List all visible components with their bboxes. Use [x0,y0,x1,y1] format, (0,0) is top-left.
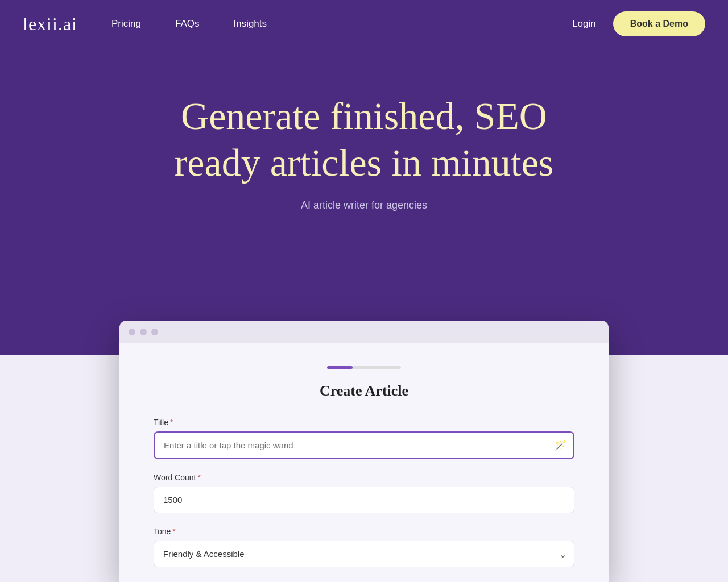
nav-links: Pricing FAQs Insights [111,18,572,30]
hero-section: Generate finished, SEO ready articles in… [0,48,728,321]
create-article-heading: Create Article [154,383,574,400]
tone-select[interactable]: Friendly & Accessible Professional Casua… [154,541,574,567]
window-dot-2 [140,329,147,335]
title-required-marker: * [170,418,173,427]
nav-link-insights[interactable]: Insights [233,18,267,30]
nav-link-pricing[interactable]: Pricing [111,18,141,30]
word-count-form-group: Word Count * [154,473,574,513]
title-label: Title * [154,418,574,427]
logo[interactable]: lexii.ai [23,14,77,35]
app-mockup-window: Create Article Title * 🪄 Word Count * [119,321,609,582]
nav-link-faqs[interactable]: FAQs [175,18,200,30]
hero-title: Generate finished, SEO ready articles in… [136,93,592,186]
progress-bar-container [154,366,574,369]
tone-form-group: Tone * Friendly & Accessible Professiona… [154,527,574,567]
title-input-wrapper: 🪄 [154,431,574,459]
word-count-input[interactable] [154,487,574,513]
hero-subtitle: AI article writer for agencies [23,199,705,211]
window-titlebar [119,321,609,343]
title-form-group: Title * 🪄 [154,418,574,459]
tone-select-wrapper: Friendly & Accessible Professional Casua… [154,541,574,567]
book-demo-button[interactable]: Book a Demo [613,11,705,36]
navbar: lexii.ai Pricing FAQs Insights Login Boo… [0,0,728,48]
progress-bar-track [327,366,401,369]
tone-required-marker: * [172,527,175,536]
title-input[interactable] [154,431,574,459]
nav-right: Login Book a Demo [572,11,705,36]
window-dot-3 [151,329,158,335]
mockup-section: Create Article Title * 🪄 Word Count * [0,321,728,582]
progress-bar-fill [327,366,353,369]
tone-label: Tone * [154,527,574,536]
login-link[interactable]: Login [572,18,596,30]
window-dot-1 [129,329,135,335]
word-count-label: Word Count * [154,473,574,482]
word-count-required-marker: * [197,473,200,482]
magic-wand-icon[interactable]: 🪄 [554,439,566,452]
window-body: Create Article Title * 🪄 Word Count * [119,343,609,582]
